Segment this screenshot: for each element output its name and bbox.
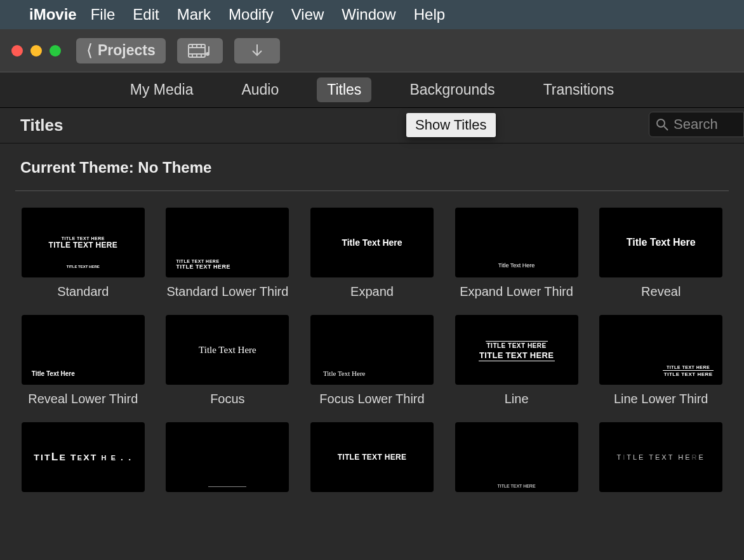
window-toolbar: ⟨ Projects <box>0 29 744 72</box>
title-item[interactable]: TITLE TEXT HERE <box>598 422 724 498</box>
menu-view[interactable]: View <box>291 6 324 23</box>
title-thumbnail: Title Text Here <box>310 315 434 385</box>
title-caption: Focus <box>210 391 244 407</box>
app-name[interactable]: iMovie <box>29 6 77 23</box>
title-caption: Line Lower Third <box>614 391 708 407</box>
tab-backgrounds[interactable]: Backgrounds <box>399 77 505 102</box>
window-close-button[interactable] <box>11 45 23 57</box>
title-thumbnail: TITLE TEXT HERE <box>599 422 722 492</box>
tab-my-media[interactable]: My Media <box>120 77 204 102</box>
current-theme-label: Current Theme: No Theme <box>15 159 729 177</box>
titles-browser: Current Theme: No Theme TITLE TEXT HERET… <box>0 143 744 560</box>
media-library-button[interactable] <box>177 38 223 63</box>
menu-mark[interactable]: Mark <box>177 6 211 23</box>
search-field[interactable]: Search <box>649 112 744 137</box>
browser-tabs: My Media Audio Titles Backgrounds Transi… <box>0 72 744 108</box>
title-thumbnail: Title Text Here <box>166 315 289 385</box>
title-thumbnail: TITLE TEXT HERE <box>455 422 578 492</box>
title-thumbnail: Title Text Here <box>22 315 145 385</box>
title-caption: Reveal Lower Third <box>28 391 138 407</box>
title-item[interactable]: TITLE TEXT HERETITLE TEXT HERELine <box>454 315 580 407</box>
window-minimize-button[interactable] <box>30 45 42 57</box>
title-caption: Standard <box>57 284 109 300</box>
window-zoom-button[interactable] <box>50 45 61 57</box>
title-item[interactable] <box>165 422 291 498</box>
search-placeholder: Search <box>674 116 718 133</box>
section-title: Titles <box>20 116 63 135</box>
svg-line-12 <box>664 126 668 130</box>
menu-file[interactable]: File <box>91 6 116 23</box>
macos-menubar: iMovie File Edit Mark Modify View Window… <box>0 0 744 29</box>
title-caption: Standard Lower Third <box>166 284 288 300</box>
chevron-left-icon: ⟨ <box>86 41 93 60</box>
title-item[interactable]: Title Text HereReveal Lower Third <box>20 315 146 407</box>
svg-point-9 <box>206 52 209 56</box>
title-caption: Expand Lower Third <box>460 284 573 300</box>
menu-modify[interactable]: Modify <box>229 6 274 23</box>
title-item[interactable]: Title Text HereFocus Lower Third <box>309 315 435 407</box>
title-item[interactable]: TITLE TEXT HERETITLE TEXT HERETITLE TEXT… <box>20 208 146 300</box>
import-button[interactable] <box>234 38 280 63</box>
title-thumbnail: TITLE TEXT H E . . <box>22 422 145 492</box>
tab-transitions[interactable]: Transitions <box>533 77 625 102</box>
divider <box>15 190 729 191</box>
title-item[interactable]: Title Text HereReveal <box>598 208 724 300</box>
tooltip-show-titles: Show Titles <box>406 113 496 137</box>
filmstrip-music-icon <box>188 44 212 58</box>
title-item[interactable]: TITLE TEXT HERE <box>309 422 435 498</box>
title-caption: Focus Lower Third <box>319 391 424 407</box>
menu-edit[interactable]: Edit <box>133 6 159 23</box>
title-item[interactable]: TITLE TEXT HERETITLE TEXT HEREStandard L… <box>165 208 291 300</box>
search-icon <box>656 118 668 131</box>
title-thumbnail: Title Text Here <box>599 208 722 277</box>
window-controls <box>11 45 61 57</box>
title-thumbnail: TITLE TEXT HERETITLE TEXT HERE <box>599 315 722 385</box>
menu-window[interactable]: Window <box>342 6 395 23</box>
title-thumbnail: Title Text Here <box>455 208 578 277</box>
svg-point-11 <box>657 119 665 127</box>
tab-titles[interactable]: Titles <box>317 77 371 102</box>
menu-help[interactable]: Help <box>414 6 445 23</box>
title-caption: Expand <box>350 284 394 300</box>
titles-grid: TITLE TEXT HERETITLE TEXT HERETITLE TEXT… <box>15 208 729 498</box>
title-caption: Reveal <box>641 284 681 300</box>
download-arrow-icon <box>250 43 264 58</box>
title-thumbnail: TITLE TEXT HERETITLE TEXT HERE <box>166 208 289 277</box>
title-caption: Line <box>505 391 529 407</box>
title-thumbnail: TITLE TEXT HERE <box>310 422 434 492</box>
title-item[interactable]: TITLE TEXT HERE <box>454 422 580 498</box>
title-thumbnail <box>166 422 289 492</box>
title-thumbnail: TITLE TEXT HERETITLE TEXT HERETITLE TEXT… <box>22 208 145 277</box>
projects-label: Projects <box>98 42 156 59</box>
projects-back-button[interactable]: ⟨ Projects <box>76 38 166 63</box>
title-thumbnail: Title Text Here <box>310 208 434 277</box>
title-thumbnail: TITLE TEXT HERETITLE TEXT HERE <box>455 315 578 385</box>
section-header: Titles Show Titles Search <box>0 108 744 143</box>
tab-audio[interactable]: Audio <box>231 77 289 102</box>
title-item[interactable]: TITLE TEXT HERETITLE TEXT HERELine Lower… <box>598 315 724 407</box>
title-item[interactable]: Title Text HereExpand Lower Third <box>454 208 580 300</box>
title-item[interactable]: Title Text HereExpand <box>309 208 435 300</box>
title-item[interactable]: TITLE TEXT H E . . <box>20 422 146 498</box>
title-item[interactable]: Title Text HereFocus <box>165 315 291 407</box>
